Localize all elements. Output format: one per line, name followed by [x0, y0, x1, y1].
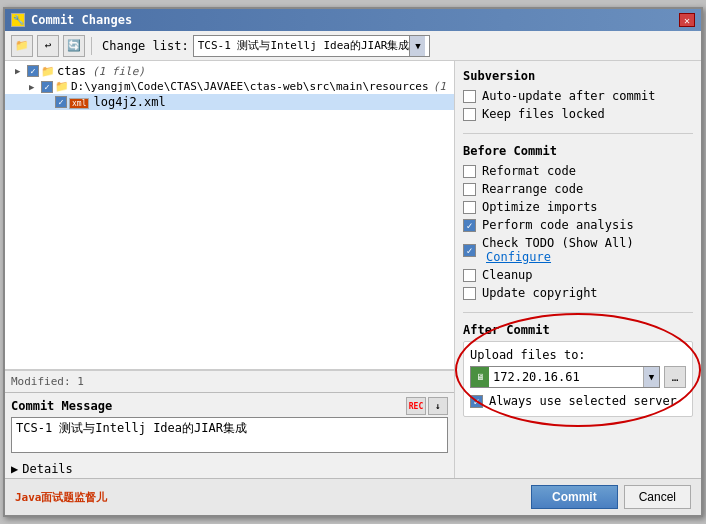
bottom-buttons: Commit Cancel — [531, 485, 691, 509]
window-title: Commit Changes — [31, 13, 132, 27]
commit-msg-buttons: REC ↓ — [406, 397, 448, 415]
checkbox-log4j2[interactable]: ✓ — [55, 96, 67, 108]
tree-label-path: D:\yangjm\Code\CTAS\JAVAEE\ctas-web\src\… — [71, 80, 429, 93]
perform-analysis-label: Perform code analysis — [482, 218, 634, 232]
status-bar: Modified: 1 — [5, 370, 454, 392]
file-tree[interactable]: ▶ ✓ 📁 ctas (1 file) ▶ ✓ 📁 D:\yangjm\Code… — [5, 61, 454, 370]
check-todo-label: Check TODO (Show All) Configure — [482, 236, 693, 264]
commit-changes-window: 🔧 Commit Changes ✕ 📁 ↩ 🔄 Change list: TC… — [3, 7, 703, 517]
always-use-label: Always use selected server — [489, 394, 677, 408]
bottom-bar: Java面试题监督儿 Commit Cancel — [5, 478, 701, 515]
change-list-label: Change list: — [102, 39, 189, 53]
update-copyright-label: Update copyright — [482, 286, 598, 300]
check-todo-row: ✓ Check TODO (Show All) Configure — [463, 234, 693, 266]
path-count: (1 — [433, 80, 446, 93]
check-todo-checkbox[interactable]: ✓ — [463, 244, 476, 257]
left-panel: ▶ ✓ 📁 ctas (1 file) ▶ ✓ 📁 D:\yangjm\Code… — [5, 61, 455, 478]
server-icon: 🖥 — [471, 367, 489, 387]
change-list-value: TCS-1 测试与Intellj Idea的JIAR集成 — [198, 38, 410, 53]
upload-combo[interactable]: 🖥 172.20.16.61 ▼ — [470, 366, 660, 388]
toolbar-btn-1[interactable]: 📁 — [11, 35, 33, 57]
after-commit-section: Upload files to: 🖥 172.20.16.61 ▼ … ✓ — [463, 341, 693, 417]
after-commit-title: After Commit — [463, 323, 693, 337]
reformat-code-row: Reformat code — [463, 162, 693, 180]
subversion-section: Subversion Auto-update after commit Keep… — [463, 69, 693, 123]
keep-files-locked-row: Keep files locked — [463, 105, 693, 123]
toolbar-btn-2[interactable]: ↩ — [37, 35, 59, 57]
change-list-combo[interactable]: TCS-1 测试与Intellj Idea的JIAR集成 ▼ — [193, 35, 431, 57]
main-content: ▶ ✓ 📁 ctas (1 file) ▶ ✓ 📁 D:\yangjm\Code… — [5, 61, 701, 478]
toolbar-btn-refresh[interactable]: 🔄 — [63, 35, 85, 57]
subversion-title: Subversion — [463, 69, 693, 83]
commit-msg-btn-rec[interactable]: REC — [406, 397, 426, 415]
cancel-button[interactable]: Cancel — [624, 485, 691, 509]
status-text: Modified: 1 — [11, 375, 84, 388]
optimize-imports-label: Optimize imports — [482, 200, 598, 214]
checkbox-path[interactable]: ✓ — [41, 81, 53, 93]
tree-item-path[interactable]: ▶ ✓ 📁 D:\yangjm\Code\CTAS\JAVAEE\ctas-we… — [5, 79, 454, 94]
upload-combo-arrow: ▼ — [643, 367, 659, 387]
ctas-file-count: (1 file) — [92, 65, 145, 78]
commit-message-input[interactable]: TCS-1 测试与Intellj Idea的JIAR集成 — [11, 417, 448, 453]
always-use-row: ✓ Always use selected server — [470, 392, 686, 410]
reformat-code-checkbox[interactable] — [463, 165, 476, 178]
checkbox-ctas[interactable]: ✓ — [27, 65, 39, 77]
upload-server-value: 172.20.16.61 — [489, 370, 643, 384]
commit-message-section: Commit Message REC ↓ TCS-1 测试与Intellj Id… — [5, 392, 454, 460]
before-commit-title: Before Commit — [463, 144, 693, 158]
optimize-imports-checkbox[interactable] — [463, 201, 476, 214]
keep-files-locked-checkbox[interactable] — [463, 108, 476, 121]
toolbar-separator — [91, 37, 92, 55]
combo-arrow-icon: ▼ — [409, 36, 425, 56]
tree-arrow-path: ▶ — [29, 82, 39, 92]
commit-message-label-text: Commit Message — [11, 399, 112, 413]
xml-file-icon: xml — [69, 96, 89, 109]
after-commit-wrapper: After Commit Upload files to: 🖥 172.20.1… — [463, 323, 693, 417]
perform-analysis-checkbox[interactable]: ✓ — [463, 219, 476, 232]
tree-label-log4j2: log4j2.xml — [93, 95, 165, 109]
auto-update-checkbox[interactable] — [463, 90, 476, 103]
cleanup-checkbox[interactable] — [463, 269, 476, 282]
close-button[interactable]: ✕ — [679, 13, 695, 27]
configure-link[interactable]: Configure — [486, 250, 551, 264]
details-arrow: ▶ — [11, 462, 18, 476]
auto-update-row: Auto-update after commit — [463, 87, 693, 105]
details-label: Details — [22, 462, 73, 476]
cleanup-row: Cleanup — [463, 266, 693, 284]
auto-update-label: Auto-update after commit — [482, 89, 655, 103]
tree-arrow-ctas: ▶ — [15, 66, 25, 76]
tree-item-log4j2[interactable]: ✓ xml log4j2.xml — [5, 94, 454, 110]
rearrange-code-checkbox[interactable] — [463, 183, 476, 196]
update-copyright-checkbox[interactable] — [463, 287, 476, 300]
commit-msg-btn-arrow[interactable]: ↓ — [428, 397, 448, 415]
cleanup-label: Cleanup — [482, 268, 533, 282]
divider-1 — [463, 133, 693, 134]
rearrange-code-row: Rearrange code — [463, 180, 693, 198]
upload-row: 🖥 172.20.16.61 ▼ … — [470, 366, 686, 388]
title-bar: 🔧 Commit Changes ✕ — [5, 9, 701, 31]
check-todo-checkmark: ✓ — [466, 245, 472, 256]
upload-label: Upload files to: — [470, 348, 686, 362]
always-use-checkmark: ✓ — [473, 396, 479, 407]
optimize-imports-row: Optimize imports — [463, 198, 693, 216]
perform-analysis-checkmark: ✓ — [466, 220, 472, 231]
tree-item-ctas[interactable]: ▶ ✓ 📁 ctas (1 file) — [5, 63, 454, 79]
keep-files-locked-label: Keep files locked — [482, 107, 605, 121]
browse-button[interactable]: … — [664, 366, 686, 388]
tree-label-ctas: ctas — [57, 64, 86, 78]
right-panel: Subversion Auto-update after commit Keep… — [455, 61, 701, 478]
rearrange-code-label: Rearrange code — [482, 182, 583, 196]
divider-2 — [463, 312, 693, 313]
toolbar: 📁 ↩ 🔄 Change list: TCS-1 测试与Intellj Idea… — [5, 31, 701, 61]
folder-icon-ctas: 📁 — [41, 65, 55, 78]
watermark-text: Java面试题监督儿 — [15, 490, 108, 505]
window-icon: 🔧 — [11, 13, 25, 27]
commit-message-header: Commit Message REC ↓ — [11, 397, 448, 415]
commit-button[interactable]: Commit — [531, 485, 618, 509]
reformat-code-label: Reformat code — [482, 164, 576, 178]
details-row[interactable]: ▶ Details — [5, 460, 454, 478]
always-use-checkbox[interactable]: ✓ — [470, 395, 483, 408]
before-commit-section: Before Commit Reformat code Rearrange co… — [463, 144, 693, 302]
update-copyright-row: Update copyright — [463, 284, 693, 302]
perform-analysis-row: ✓ Perform code analysis — [463, 216, 693, 234]
